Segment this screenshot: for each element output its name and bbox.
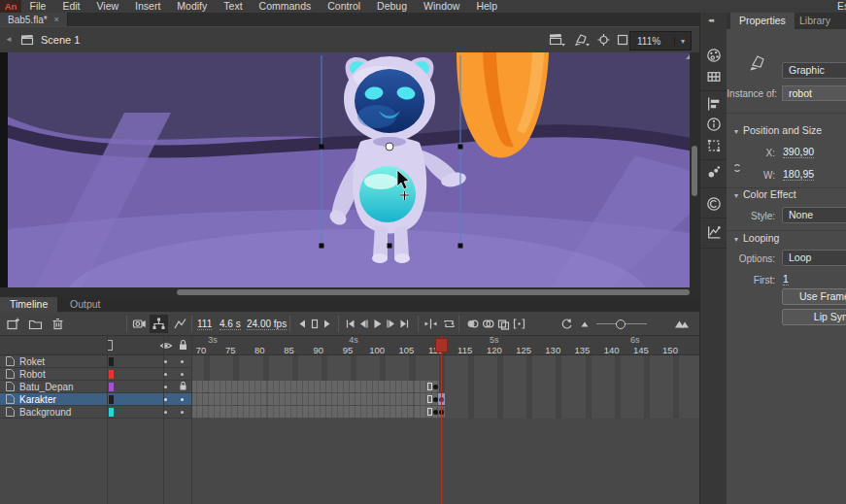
- lock-icon[interactable]: [178, 339, 188, 352]
- tab-timeline[interactable]: Timeline: [0, 297, 57, 312]
- position-size-section-header[interactable]: ▾Position and Size: [734, 124, 822, 136]
- layer-frames[interactable]: [191, 381, 699, 393]
- layer-outline-color-swatch[interactable]: [109, 395, 114, 404]
- edit-symbols-button[interactable]: [573, 33, 590, 47]
- transform-panel-icon[interactable]: [706, 138, 722, 153]
- onion-skin-outlines-button[interactable]: [481, 317, 495, 331]
- lip-syncing-button[interactable]: Lip Syncing: [782, 309, 846, 325]
- color-effect-section-header[interactable]: ▾Color Effect: [734, 188, 796, 200]
- menu-modify[interactable]: Modify: [169, 0, 216, 13]
- close-tab-icon[interactable]: ×: [54, 15, 59, 24]
- center-playhead-button[interactable]: [423, 317, 438, 331]
- reset-timeline-zoom-button[interactable]: [559, 317, 574, 331]
- loop-playback-button[interactable]: [442, 317, 457, 331]
- modify-markers-button[interactable]: [512, 317, 526, 331]
- layer-frames[interactable]: [191, 393, 699, 406]
- swatches-panel-icon[interactable]: [706, 69, 722, 84]
- play-button[interactable]: [372, 317, 383, 331]
- layer-frames[interactable]: [191, 355, 699, 368]
- layer-frames[interactable]: [191, 406, 699, 419]
- layer-frames[interactable]: [191, 368, 699, 381]
- stage-horizontal-scrollbar[interactable]: [0, 287, 699, 297]
- layer-row-batu_depan[interactable]: Batu_Depan: [0, 381, 699, 393]
- playhead-marker[interactable]: [435, 338, 448, 353]
- document-tab[interactable]: Bab5.fla* ×: [0, 13, 68, 26]
- loop-range-button[interactable]: [310, 317, 320, 331]
- onion-skin-button[interactable]: [465, 317, 480, 331]
- menu-help[interactable]: Help: [468, 0, 506, 13]
- menu-view[interactable]: View: [88, 0, 127, 13]
- brush-library-panel-icon[interactable]: [706, 164, 722, 180]
- tab-output[interactable]: Output: [60, 297, 111, 312]
- step-back-button[interactable]: [297, 317, 307, 331]
- stage-viewport[interactable]: [0, 52, 699, 287]
- stage-zoom-select[interactable]: 111% ▾: [629, 31, 692, 50]
- layer-lock-dot[interactable]: [181, 411, 184, 414]
- stage-vertical-scrollbar[interactable]: [690, 52, 699, 287]
- show-layer-depth-button[interactable]: [173, 317, 187, 331]
- layer-parenting-button[interactable]: [150, 315, 168, 333]
- layer-row-background[interactable]: Background: [0, 406, 699, 419]
- back-arrow-icon[interactable]: ◄: [5, 35, 13, 44]
- layer-outline-color-swatch[interactable]: [109, 383, 114, 391]
- keyframe-dot[interactable]: [433, 410, 438, 415]
- camera-button[interactable]: [132, 317, 147, 331]
- tab-library[interactable]: Library: [791, 13, 839, 29]
- menu-window[interactable]: Window: [416, 0, 468, 13]
- menu-debug[interactable]: Debug: [369, 0, 416, 13]
- eye-icon[interactable]: [159, 340, 173, 352]
- menu-insert[interactable]: Insert: [127, 0, 169, 13]
- step-back-one-frame-button[interactable]: [358, 317, 369, 331]
- go-to-first-frame-button[interactable]: [345, 317, 355, 331]
- menu-file[interactable]: File: [21, 0, 54, 13]
- timeline-zoom-out-icon[interactable]: [580, 317, 590, 331]
- info-panel-icon[interactable]: [706, 117, 722, 132]
- menu-commands[interactable]: Commands: [251, 0, 320, 13]
- timeline-zoom-slider-knob[interactable]: [616, 319, 626, 329]
- layer-visibility-dot[interactable]: [164, 386, 167, 388]
- collapse-panels-icon[interactable]: ◂◂: [708, 17, 713, 24]
- layer-lock-dot[interactable]: [181, 360, 184, 363]
- menu-edit[interactable]: Edit: [54, 0, 88, 13]
- tab-properties[interactable]: Properties: [730, 13, 795, 29]
- center-frame-button[interactable]: [596, 33, 611, 47]
- new-layer-button[interactable]: [6, 317, 20, 331]
- x-value[interactable]: 390,90: [783, 146, 814, 158]
- clip-content-button[interactable]: [616, 33, 629, 47]
- align-panel-icon[interactable]: [706, 96, 722, 112]
- edit-multiple-frames-button[interactable]: [496, 317, 511, 331]
- delete-layer-button[interactable]: [51, 317, 65, 331]
- layer-row-roket[interactable]: Roket: [0, 355, 699, 368]
- timeline-zoom-in-icon[interactable]: [674, 317, 690, 331]
- menu-text[interactable]: Text: [216, 0, 251, 13]
- color-panel-icon[interactable]: [706, 48, 722, 63]
- layer-outline-color-swatch[interactable]: [109, 408, 114, 417]
- current-frame-value[interactable]: 111: [197, 319, 212, 330]
- layer-row-robot[interactable]: Robot: [0, 368, 699, 381]
- style-select[interactable]: None: [782, 207, 846, 223]
- layer-outline-color-swatch[interactable]: [109, 357, 114, 366]
- instance-of-field[interactable]: robot: [782, 85, 846, 101]
- stage-artwork[interactable]: [8, 52, 692, 287]
- loop-options-select[interactable]: Loop: [782, 250, 846, 266]
- menu-control[interactable]: Control: [320, 0, 369, 13]
- first-frame-value[interactable]: 1: [783, 273, 789, 286]
- symbol-type-select[interactable]: Graphic: [782, 62, 846, 79]
- layer-visibility-dot[interactable]: [164, 411, 167, 414]
- step-forward-button[interactable]: [322, 317, 332, 331]
- elapsed-time-value[interactable]: 4.6 s: [220, 319, 241, 330]
- edit-scene-button[interactable]: [549, 33, 565, 47]
- motion-editor-panel-icon[interactable]: [706, 224, 722, 240]
- go-to-last-frame-button[interactable]: [399, 317, 410, 331]
- use-frame-picker-button[interactable]: Use Frame Picker: [782, 288, 846, 305]
- frame-rate-value[interactable]: 24.00 fps: [247, 319, 287, 330]
- workspace-switcher[interactable]: Essentials: [837, 0, 846, 13]
- app-logo[interactable]: An: [0, 0, 21, 13]
- layer-visibility-dot[interactable]: [164, 398, 167, 401]
- step-forward-one-frame-button[interactable]: [386, 317, 396, 331]
- link-width-height-icon[interactable]: [731, 160, 743, 176]
- layer-lock-dot[interactable]: [181, 398, 184, 401]
- layer-outline-color-swatch[interactable]: [109, 370, 114, 379]
- keyframe-dot[interactable]: [433, 385, 438, 389]
- new-folder-button[interactable]: [28, 317, 43, 331]
